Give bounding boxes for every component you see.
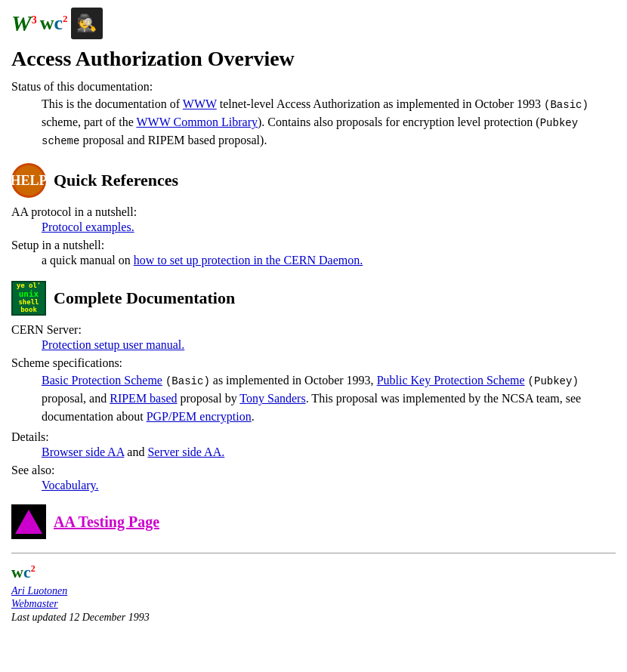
- footer-wc-logo: wc2: [11, 563, 616, 582]
- quick-refs-heading: Quick References: [54, 171, 178, 190]
- setup-text: a quick manual on: [42, 254, 134, 267]
- aa-triangle: [15, 510, 42, 534]
- details-body: Browser side AA and Server side AA.: [42, 445, 616, 459]
- scheme-label: Scheme specifications:: [11, 356, 616, 370]
- unix-icon: ye ol' unix shell book: [11, 281, 46, 316]
- ripem-link[interactable]: RIPEM based: [110, 392, 177, 405]
- help-text: HELP: [11, 173, 48, 189]
- status-body: This is the documentation of WWW telnet-…: [42, 95, 616, 150]
- spy-icon: 🕵: [71, 8, 103, 39]
- browser-aa-link[interactable]: Browser side AA: [42, 445, 124, 458]
- status-text-3: scheme, part of the: [42, 116, 136, 128]
- webmaster-link[interactable]: Webmaster: [11, 598, 616, 610]
- quick-refs-content: AA protocol in a nutshell: Protocol exam…: [11, 205, 616, 267]
- see-also-label: See also:: [11, 464, 616, 477]
- aa-testing-link[interactable]: AA Testing Page: [54, 513, 159, 531]
- scheme-mid2: proposal, and: [42, 392, 110, 405]
- status-section: Status of this documentation: This is th…: [11, 80, 616, 150]
- complete-doc-header: ye ol' unix shell book Complete Document…: [11, 281, 616, 316]
- w-letter: W: [11, 11, 32, 35]
- basic-scheme-link[interactable]: Basic Protection Scheme: [42, 374, 162, 387]
- setup-body: a quick manual on how to set up protecti…: [42, 254, 616, 267]
- status-text-2: telnet-level Access Authorization as imp…: [217, 97, 544, 110]
- www-link[interactable]: WWW: [183, 97, 217, 110]
- last-updated: Last updated 12 December 1993: [11, 612, 616, 624]
- author-link[interactable]: Ari Luotonen: [11, 585, 616, 597]
- three-superscript: 3: [32, 14, 37, 26]
- quick-refs-header: HELP Quick References: [11, 163, 616, 198]
- footer: wc2 Ari Luotonen Webmaster Last updated …: [11, 563, 616, 624]
- status-text-1: This is the documentation of: [42, 97, 183, 110]
- scheme-mid1: as implemented in October 1993,: [210, 374, 377, 387]
- protection-manual-link[interactable]: Protection setup user manual.: [42, 338, 184, 351]
- vocabulary-link[interactable]: Vocabulary.: [42, 479, 99, 492]
- basic-code-span: (Basic): [162, 374, 210, 387]
- help-icon: HELP: [11, 163, 46, 198]
- complete-doc-content: CERN Server: Protection setup user manua…: [11, 323, 616, 492]
- scheme-final: .: [252, 410, 255, 423]
- aa-icon: [11, 504, 46, 539]
- wc-logo: wc2: [40, 12, 68, 35]
- page-title: Access Authorization Overview: [11, 47, 616, 71]
- status-text-5: proposal and RIPEM based proposal).: [79, 134, 267, 146]
- see-also-body: Vocabulary.: [42, 479, 616, 492]
- basic-code: (Basic): [544, 99, 588, 111]
- cern-label: CERN Server:: [11, 323, 616, 337]
- status-text-4: ). Contains also proposals for encryptio…: [258, 116, 540, 128]
- footer-two: 2: [31, 563, 36, 574]
- divider: [11, 553, 616, 553]
- details-and: and: [124, 445, 147, 458]
- protection-link-container: Protection setup user manual.: [42, 338, 616, 352]
- status-label: Status of this documentation:: [11, 80, 616, 94]
- details-label: Details:: [11, 430, 616, 444]
- cern-daemon-link[interactable]: how to set up protection in the CERN Dae…: [134, 254, 363, 267]
- two-superscript: 2: [63, 13, 68, 24]
- setup-label: Setup in a nutshell:: [11, 239, 616, 252]
- aa-testing-header: AA Testing Page: [11, 504, 616, 539]
- protocol-link-container: Protocol examples.: [42, 220, 616, 234]
- pubkey-code-span: (Pubkey): [525, 374, 579, 387]
- aa-label: AA protocol in a nutshell:: [11, 205, 616, 219]
- wwwlib-link[interactable]: WWW Common Library: [136, 116, 258, 128]
- w3-logo: W3: [11, 11, 37, 36]
- header-logos: W3 wc2 🕵: [11, 8, 616, 39]
- server-aa-link[interactable]: Server side AA.: [147, 445, 224, 458]
- scheme-body: Basic Protection Scheme (Basic) as imple…: [42, 371, 616, 426]
- pubkey-scheme-link[interactable]: Public Key Protection Scheme: [377, 374, 525, 387]
- tony-link[interactable]: Tony Sanders: [239, 392, 305, 405]
- complete-doc-heading: Complete Documentation: [54, 288, 235, 308]
- unix-text: ye ol' unix shell book: [17, 282, 42, 314]
- protocol-examples-link[interactable]: Protocol examples.: [42, 220, 134, 233]
- scheme-mid3: proposal by: [178, 392, 240, 405]
- pgp-link[interactable]: PGP/PEM encryption: [147, 410, 252, 423]
